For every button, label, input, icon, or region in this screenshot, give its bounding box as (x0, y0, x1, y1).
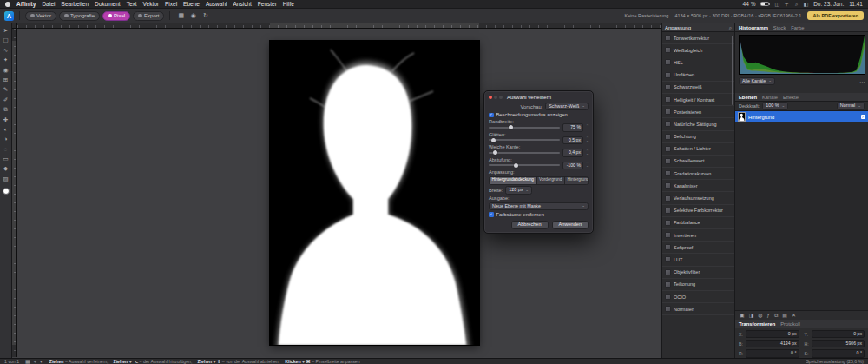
more-options-icon[interactable]: ⋯ (859, 79, 865, 84)
menubar-status-icon[interactable]: 〒 (785, 2, 790, 7)
menubar-item[interactable]: Affinity (16, 0, 36, 9)
mask-layer-icon[interactable]: ◨ (749, 313, 754, 318)
gradient-tool[interactable]: ▨ (1, 175, 10, 182)
adjustment-list-item[interactable]: HSL (662, 56, 734, 69)
flood-select-tool[interactable]: ◉ (1, 67, 10, 73)
adjustment-list-item[interactable]: OCIO (662, 291, 734, 303)
apple-menu-icon[interactable] (5, 2, 10, 7)
segment-button[interactable]: Vordergrund (537, 177, 565, 184)
adjustment-list-item[interactable]: Schwellenwert (662, 156, 734, 168)
selection-brush-tool[interactable]: ✦ (1, 56, 10, 63)
document-canvas[interactable] (270, 41, 479, 345)
brush-width-dropdown[interactable]: 128 px ⌄ (505, 186, 532, 194)
slider-value-field[interactable]: -100 % (562, 162, 583, 169)
lasso-tool[interactable]: ∿ (1, 47, 10, 53)
layers-tab[interactable]: Effekte (783, 95, 799, 100)
stepper-down-icon[interactable]: ⌄ (586, 140, 589, 142)
add-layer-icon[interactable]: ▣ (740, 313, 745, 318)
segment-button[interactable]: Hintergrund (565, 177, 589, 184)
menubar-item[interactable]: Ebene (183, 0, 200, 9)
adjustment-list-item[interactable]: Helligkeit / Kontrast (662, 94, 734, 106)
stepper-down-icon[interactable]: ⌄ (586, 153, 589, 156)
clone-tool[interactable]: ⧉ (1, 106, 10, 112)
adjustment-list-item[interactable]: Schwarzweiß (662, 82, 734, 94)
adjustment-list-item[interactable]: Softproof (662, 242, 734, 254)
slider-knob[interactable] (514, 163, 518, 168)
adjustment-layer-icon[interactable]: ◍ (758, 313, 762, 318)
layers-tab[interactable]: Ebenen (739, 95, 757, 100)
transform-field-input[interactable]: 0 ° (812, 349, 865, 357)
blend-mode-dropdown[interactable]: Normal ⌄ (837, 102, 865, 109)
transform-field-input[interactable]: 0 px (812, 330, 865, 338)
adjustment-list-item[interactable]: Umfärben (662, 69, 734, 82)
opacity-dropdown[interactable]: 100 % ⌄ (762, 102, 788, 109)
channel-dropdown[interactable]: Alle Kanäle ⌄ (739, 77, 775, 85)
preview-icon[interactable]: ◐ (40, 359, 43, 364)
layer-row-selected[interactable]: Hintergrund ✓ (735, 111, 868, 122)
menubar-item[interactable]: Fenster (258, 0, 277, 9)
adjustment-list-item[interactable]: Kanalmixer (662, 180, 734, 192)
slider-track[interactable] (489, 139, 560, 141)
adjustment-list-item[interactable]: Teiltonung (662, 279, 734, 291)
transform-field-input[interactable]: 5906 px (812, 340, 865, 347)
stepper-down-icon[interactable]: ⌄ (586, 128, 589, 130)
clipping-checkbox[interactable]: ✓ (489, 113, 494, 118)
persona-button[interactable]: Pixel (102, 11, 130, 21)
transform-field-input[interactable]: 4134 px (746, 340, 799, 347)
adjustment-list-item[interactable]: Normalen (662, 303, 734, 315)
pencil-tool[interactable]: ✎ (1, 86, 10, 92)
duplicate-icon[interactable]: ▤ (782, 313, 787, 318)
stepper[interactable]: ⌃ ⌄ (586, 137, 589, 142)
stepper[interactable]: ⌃ ⌄ (586, 150, 589, 156)
preview-dropdown[interactable]: Schwarz-Weiß ⌄ (545, 103, 589, 110)
menubar-time[interactable]: 11:41 (849, 1, 863, 7)
adjustment-list-item[interactable]: Tonwertkorrektur (662, 32, 734, 44)
cancel-button[interactable]: Abbrechen (511, 221, 549, 230)
layer-thumbnail[interactable] (738, 112, 746, 122)
app-icon[interactable]: A (4, 11, 14, 21)
slider-knob[interactable] (509, 125, 513, 129)
scrollbar[interactable] (732, 36, 733, 105)
slider-track[interactable] (489, 164, 560, 166)
healing-tool[interactable]: ✚ (1, 116, 10, 122)
output-dropdown[interactable]: Neue Ebene mit Maske ⌄ (489, 202, 589, 210)
adjustment-list-item[interactable]: Weißabgleich (662, 44, 734, 56)
paint-brush-tool[interactable]: ✐ (1, 96, 10, 103)
transform-tab[interactable]: Protokoll (780, 321, 800, 327)
transform-field-input[interactable]: 0 px (746, 330, 799, 338)
stepper-down-icon[interactable]: ⌄ (586, 165, 589, 168)
adjustment-list-item[interactable]: Invertieren (662, 229, 734, 242)
slider-track[interactable] (489, 127, 560, 129)
menubar-status-icon[interactable]: ◫ (774, 2, 779, 7)
snapshot-icon[interactable]: ▦ (175, 11, 187, 21)
menubar-item[interactable]: Ansicht (233, 0, 251, 9)
adjustment-list-item[interactable]: Selektive Farbkorrektur (662, 205, 734, 217)
burn-tool[interactable]: ◑ (1, 136, 10, 142)
apply-button[interactable]: Anwenden (552, 221, 589, 230)
eraser-tool[interactable]: ▭ (1, 156, 10, 162)
fill-tool[interactable]: ◆ (1, 165, 10, 171)
persona-button[interactable]: Typografie (59, 11, 100, 21)
marquee-tool[interactable]: ▢ (1, 36, 10, 43)
search-icon[interactable]: ⌕ (729, 25, 732, 30)
menubar-status-icon[interactable]: ◧ (803, 2, 808, 7)
delete-icon[interactable]: ✕ (792, 313, 796, 318)
assistant-icon[interactable]: ◉ (187, 11, 199, 21)
transform-tab[interactable]: Transformieren (739, 321, 775, 327)
adjustment-list-item[interactable]: Belichtung (662, 131, 734, 143)
menubar-item[interactable]: Auswahl (206, 0, 227, 9)
menubar-item[interactable]: Text (127, 0, 137, 9)
segment-button[interactable]: Hintergrundabdeckung (490, 177, 537, 184)
adjustment-list-item[interactable]: Verlaufsumsetzung (662, 192, 734, 204)
layer-visibility-checkbox[interactable]: ✓ (861, 115, 866, 120)
dialog-titlebar[interactable]: Auswahl verfeinern (489, 94, 589, 101)
slider-knob[interactable] (493, 150, 497, 155)
group-icon[interactable]: ⧉ (774, 313, 778, 318)
decontaminate-checkbox[interactable]: ✓ (489, 212, 494, 217)
adjustment-list-item[interactable]: Natürliche Sättigung (662, 118, 734, 130)
menubar-item[interactable]: Datei (42, 0, 55, 9)
grid-icon[interactable]: ▦ (25, 359, 30, 364)
stepper[interactable]: ⌃ ⌄ (586, 125, 589, 130)
adjustment-list-item[interactable]: Schatten / Lichter (662, 143, 734, 156)
menubar-item[interactable]: Bearbeiten (62, 0, 89, 9)
